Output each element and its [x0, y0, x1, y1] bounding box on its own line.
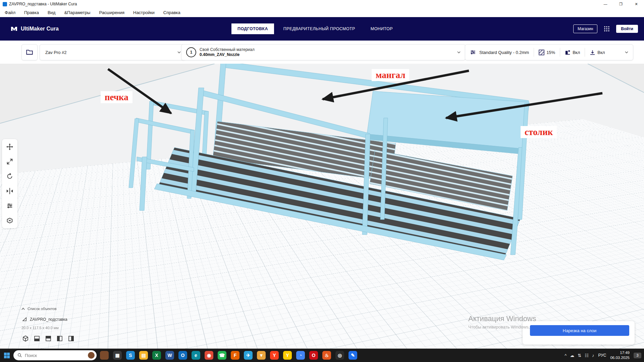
- windows-activation-title: Активация Windows: [468, 314, 536, 323]
- menu-view[interactable]: Вид: [48, 10, 56, 15]
- sliders-icon: [470, 49, 476, 55]
- onedrive-icon[interactable]: ☁: [570, 353, 574, 358]
- mirror-tool-button[interactable]: [5, 186, 15, 196]
- menu-preferences[interactable]: Настройки: [133, 10, 155, 15]
- object-list-item[interactable]: ZAVPRO_подставка: [22, 317, 67, 322]
- skype-icon[interactable]: S: [126, 351, 135, 360]
- task-view-icon[interactable]: ▦: [113, 351, 122, 360]
- material-selector[interactable]: 1 Своё Собственный материал 0.40mm_ZAV_N…: [181, 44, 466, 60]
- language-indicator[interactable]: РУС: [598, 353, 606, 358]
- window-title: ZAVPRO_подставка - UltiMaker Cura: [9, 2, 77, 6]
- tab-monitor[interactable]: МОНИТОР: [365, 23, 399, 34]
- support-blocker-button[interactable]: [5, 216, 15, 226]
- folder-icon: [26, 49, 33, 56]
- start-button[interactable]: [0, 349, 13, 362]
- menu-help[interactable]: Справка: [163, 10, 180, 15]
- apps-grid-icon[interactable]: [603, 25, 610, 32]
- tab-preview[interactable]: ПРЕДВАРИТЕЛЬНЫЙ ПРОСМОТР: [277, 23, 361, 34]
- ultimaker-logo-icon: [10, 25, 18, 33]
- object-list-header[interactable]: Список объектов: [21, 307, 57, 311]
- obs-icon[interactable]: ◎: [335, 351, 344, 360]
- support-icon: [565, 50, 571, 55]
- opera-icon[interactable]: O: [309, 351, 318, 360]
- annotation-pechka: печка: [101, 91, 132, 103]
- chromium-icon[interactable]: ◔: [296, 351, 305, 360]
- game-launcher-icon[interactable]: ♨: [322, 351, 331, 360]
- ethernet-icon[interactable]: ☷: [585, 353, 589, 358]
- yandex-browser-icon[interactable]: Y: [283, 351, 292, 360]
- maximize-button[interactable]: ❐: [613, 0, 629, 8]
- open-file-button[interactable]: [21, 44, 38, 60]
- windows-logo-icon: [4, 352, 10, 359]
- notification-badge[interactable]: 3: [634, 353, 641, 358]
- chevron-down-icon: [177, 51, 181, 53]
- infill-icon: [539, 50, 544, 55]
- search-icon: [17, 353, 22, 358]
- paint-icon[interactable]: ✎: [348, 351, 357, 360]
- adhesion-icon: [590, 50, 595, 55]
- minimize-button[interactable]: —: [598, 0, 613, 8]
- chrome-icon[interactable]: ◉: [205, 351, 213, 360]
- close-button[interactable]: ✕: [629, 0, 644, 8]
- view-top-button[interactable]: [44, 335, 52, 343]
- per-model-settings-button[interactable]: [5, 201, 15, 211]
- word-icon[interactable]: W: [165, 351, 174, 360]
- object-dimensions: 20.0 x 117.5 x 40.0 мм: [21, 326, 59, 330]
- outlook-icon[interactable]: O: [178, 351, 187, 360]
- model-flag-icon: [22, 317, 27, 322]
- main-header: UltiMaker Cura ПОДГОТОВКА ПРЕДВАРИТЕЛЬНЫ…: [0, 17, 644, 41]
- infill-value: 15%: [546, 50, 555, 55]
- menu-extensions[interactable]: Расширения: [99, 10, 124, 15]
- stage-tabs: ПОДГОТОВКА ПРЕДВАРИТЕЛЬНЫЙ ПРОСМОТР МОНИ…: [231, 17, 399, 41]
- marketplace-button[interactable]: Магазин: [573, 24, 597, 33]
- hidden-icons-chevron[interactable]: ^: [565, 353, 567, 358]
- telegram-icon[interactable]: ✈: [244, 351, 253, 360]
- brand-name: UltiMaker Cura: [21, 26, 59, 32]
- annotation-stolik: столик: [521, 126, 557, 138]
- volume-icon[interactable]: ♪: [592, 353, 594, 358]
- view-orientation-buttons: [21, 335, 75, 343]
- clock-date: 06.03.2025: [610, 355, 630, 360]
- file-explorer-icon[interactable]: ▤: [139, 351, 148, 360]
- view-right-button[interactable]: [67, 335, 75, 343]
- signin-button[interactable]: Войти: [616, 25, 638, 33]
- tool-column: [2, 139, 17, 228]
- taskbar-search[interactable]: [13, 350, 97, 360]
- taskbar-apps: ▦S▤XWOe◉☎F✈▼YY◔O♨◎✎: [100, 351, 357, 360]
- excel-icon[interactable]: X: [152, 351, 161, 360]
- rotate-tool-button[interactable]: [5, 171, 15, 181]
- view-left-button[interactable]: [56, 335, 64, 343]
- whatsapp-icon[interactable]: ☎: [218, 351, 226, 360]
- clock-time: 17:49: [610, 350, 630, 355]
- view-front-button[interactable]: [33, 335, 41, 343]
- annotation-mangal: мангал: [372, 69, 409, 81]
- firefox-icon[interactable]: F: [231, 351, 239, 360]
- scale-tool-button[interactable]: [5, 157, 15, 167]
- move-tool-button[interactable]: [5, 142, 15, 152]
- tab-prepare[interactable]: ПОДГОТОВКА: [231, 23, 274, 34]
- printer-selector[interactable]: Zav Pro #2: [40, 44, 186, 60]
- system-tray: ^☁⇅☷♪ РУС 17:49 06.03.2025 3: [565, 350, 641, 360]
- material-name: Своё Собственный материал: [200, 47, 255, 52]
- edge-icon[interactable]: e: [192, 351, 200, 360]
- downloads-folder-icon[interactable]: ▼: [257, 351, 266, 360]
- slice-button[interactable]: Нарезка на слои: [530, 325, 629, 336]
- menu-file[interactable]: Файл: [5, 10, 15, 15]
- app-icon: [3, 2, 7, 6]
- menu-settings[interactable]: &Параметры: [64, 10, 90, 15]
- search-input[interactable]: [24, 353, 76, 358]
- clock[interactable]: 17:49 06.03.2025: [610, 350, 630, 360]
- quality-label: Standard Quality - 0.2mm: [479, 50, 529, 55]
- yandex-icon[interactable]: Y: [270, 351, 279, 360]
- window-titlebar: ZAVPRO_подставка - UltiMaker Cura — ❐ ✕: [0, 0, 644, 8]
- viewport-3d[interactable]: [0, 64, 644, 349]
- search-highlight-icon[interactable]: [88, 352, 95, 359]
- print-settings-selector[interactable]: Standard Quality - 0.2mm 15% Вкл Вкл: [465, 44, 633, 60]
- mascot-app-icon[interactable]: [100, 351, 109, 360]
- offplate-corner: [588, 64, 644, 93]
- taskbar: ▦S▤XWOe◉☎F✈▼YY◔O♨◎✎ ^☁⇅☷♪ РУС 17:49 06.0…: [0, 349, 644, 362]
- support-value: Вкл: [573, 50, 580, 55]
- network-activity-icon[interactable]: ⇅: [578, 353, 581, 358]
- menu-edit[interactable]: Правка: [24, 10, 39, 15]
- view-3d-button[interactable]: [21, 335, 30, 343]
